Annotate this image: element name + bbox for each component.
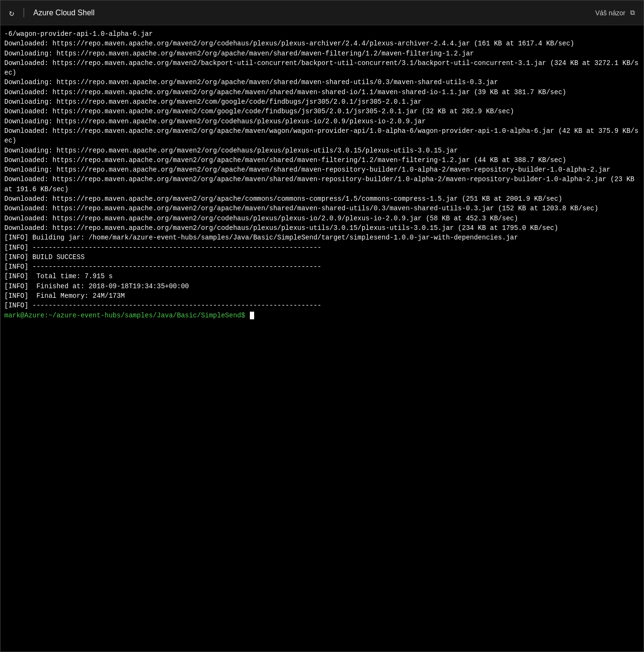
- terminal-line: Downloading: https://repo.maven.apache.o…: [4, 117, 641, 126]
- terminal-line: [INFO] ---------------------------------…: [4, 301, 641, 310]
- terminal-line: Downloaded: https://repo.maven.apache.or…: [4, 194, 641, 204]
- titlebar-left: ↻ | Azure Cloud Shell: [9, 7, 95, 18]
- terminal-line: [INFO] ---------------------------------…: [4, 262, 641, 272]
- terminal-line: Downloaded: https://repo.maven.apache.or…: [4, 155, 641, 165]
- terminal-line: Downloading: https://repo.maven.apache.o…: [4, 165, 641, 174]
- terminal-line: Downloaded: https://repo.maven.apache.or…: [4, 214, 641, 223]
- separator: |: [21, 7, 27, 18]
- refresh-icon[interactable]: ↻: [9, 8, 14, 18]
- azure-cloud-shell-window: ↻ | Azure Cloud Shell Váš názor ⧉ -6/wag…: [0, 0, 644, 652]
- terminal-line: [INFO] ---------------------------------…: [4, 243, 641, 252]
- terminal-line: [INFO] Total time: 7.915 s: [4, 272, 641, 281]
- cursor: [250, 312, 254, 319]
- terminal-line: [INFO] Final Memory: 24M/173M: [4, 291, 641, 301]
- terminal-line: Downloaded: https://repo.maven.apache.or…: [4, 107, 641, 116]
- terminal-content[interactable]: -6/wagon-provider-api-1.0-alpha-6.jar Do…: [4, 29, 641, 648]
- terminal-line: [INFO] Finished at: 2018-09-18T19:34:35+…: [4, 282, 641, 291]
- titlebar: ↻ | Azure Cloud Shell Váš názor ⧉: [0, 0, 644, 25]
- terminal-prompt: mark@Azure:~/azure-event-hubs/samples/Ja…: [4, 311, 641, 320]
- feedback-label[interactable]: Váš názor: [595, 9, 625, 17]
- terminal-line: Downloaded: https://repo.maven.apache.or…: [4, 58, 641, 78]
- external-link-icon[interactable]: ⧉: [630, 9, 635, 17]
- terminal-line: Downloading: https://repo.maven.apache.o…: [4, 97, 641, 107]
- terminal-line: -6/wagon-provider-api-1.0-alpha-6.jar: [4, 29, 641, 39]
- titlebar-right: Váš názor ⧉: [595, 9, 635, 17]
- terminal-body[interactable]: -6/wagon-provider-api-1.0-alpha-6.jar Do…: [0, 25, 644, 652]
- terminal-line: [INFO] BUILD SUCCESS: [4, 252, 641, 262]
- window-title: Azure Cloud Shell: [33, 9, 95, 17]
- terminal-line: Downloaded: https://repo.maven.apache.or…: [4, 174, 641, 194]
- terminal-line: Downloaded: https://repo.maven.apache.or…: [4, 87, 641, 97]
- terminal-line: [INFO] Building jar: /home/mark/azure-ev…: [4, 233, 641, 242]
- terminal-line: Downloading: https://repo.maven.apache.o…: [4, 77, 641, 87]
- terminal-line: Downloaded: https://repo.maven.apache.or…: [4, 39, 641, 48]
- prompt-text: mark@Azure:~/azure-event-hubs/samples/Ja…: [4, 312, 245, 319]
- terminal-line: Downloading: https://repo.maven.apache.o…: [4, 49, 641, 58]
- terminal-line: Downloaded: https://repo.maven.apache.or…: [4, 126, 641, 146]
- terminal-line: Downloaded: https://repo.maven.apache.or…: [4, 223, 641, 233]
- terminal-line: Downloading: https://repo.maven.apache.o…: [4, 146, 641, 155]
- terminal-line: Downloaded: https://repo.maven.apache.or…: [4, 204, 641, 213]
